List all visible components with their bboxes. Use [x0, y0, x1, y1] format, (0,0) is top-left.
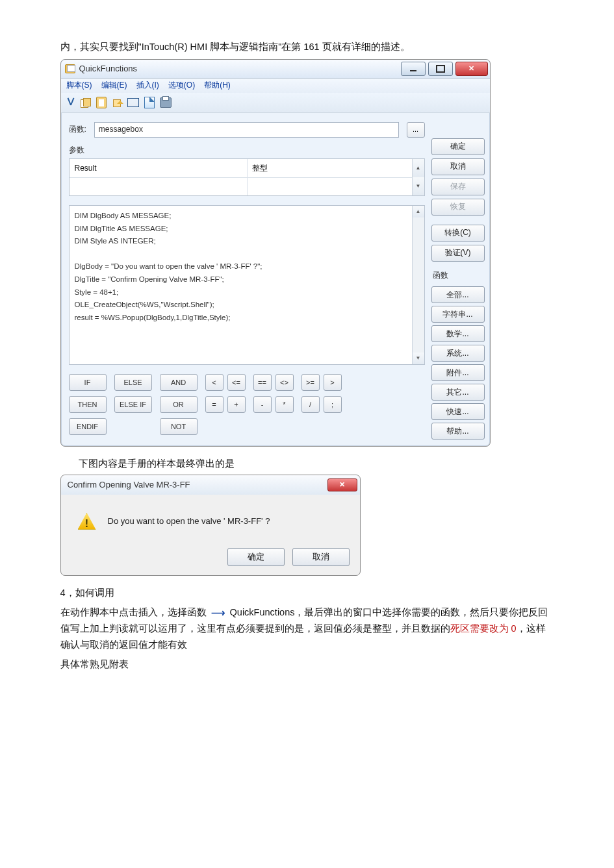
convert-button[interactable]: 转换(C) [431, 225, 485, 242]
kw-else[interactable]: ELSE [114, 374, 152, 391]
kw-elseif[interactable]: ELSE IF [114, 396, 152, 413]
params-grid[interactable]: Result 整型 ▲ ▼ [69, 158, 425, 196]
titlebar: QuickFunctions [61, 60, 490, 79]
op-semi[interactable]: ; [324, 396, 342, 413]
kw-or[interactable]: OR [160, 396, 198, 413]
paste-icon[interactable] [96, 97, 107, 108]
arrow-icon: ⟶ [211, 605, 225, 621]
fn-addon-button[interactable]: 附件... [431, 364, 485, 381]
app-icon [65, 64, 75, 73]
caption-below: 下图内容是手册的样本最终弹出的是 [79, 456, 554, 472]
fn-string-button[interactable]: 字符串... [431, 306, 485, 323]
dialog-close-button[interactable] [327, 478, 357, 491]
minimize-button[interactable] [401, 62, 426, 76]
intro-text: 内，其实只要找到"InTouch(R) HMI 脚本与逻辑指南"在第 161 页… [60, 39, 554, 55]
fn-math-button[interactable]: 数学... [431, 325, 485, 342]
param-scroll-up[interactable]: ▲ [413, 159, 424, 177]
kw-then[interactable]: THEN [69, 396, 107, 413]
cut-icon[interactable] [66, 97, 75, 108]
copy-icon[interactable] [81, 98, 91, 107]
menu-insert[interactable]: 插入(I) [136, 79, 159, 92]
op-div[interactable]: / [301, 396, 320, 413]
red-emphasis: 死区需要改为 0 [450, 623, 517, 634]
menu-script[interactable]: 脚本(S) [66, 79, 92, 92]
browse-button[interactable]: ... [407, 122, 425, 138]
cancel-button[interactable]: 取消 [431, 158, 485, 175]
quickfunctions-window: QuickFunctions 脚本(S) 编辑(E) 插入(I) 选项(O) 帮… [60, 59, 491, 447]
save-button[interactable]: 保存 [431, 179, 485, 195]
fn-quick-button[interactable]: 快速... [431, 403, 485, 420]
fn-system-button[interactable]: 系统... [431, 345, 485, 362]
validate-button[interactable]: 验证(V) [431, 245, 485, 262]
menu-help[interactable]: 帮助(H) [204, 79, 231, 92]
function-name-input[interactable]: messagebox [94, 122, 399, 138]
print-icon[interactable] [160, 97, 172, 108]
function-label: 函数: [69, 123, 86, 136]
fn-help-button[interactable]: 帮助... [431, 423, 485, 440]
script-scroll-up[interactable]: ▲ [413, 206, 424, 217]
op-minus[interactable]: - [253, 396, 272, 413]
close-button[interactable] [455, 62, 488, 76]
dialog-message: Do you want to open the valve ' MR-3-FF'… [108, 514, 270, 528]
window-title: QuickFunctions [79, 62, 401, 76]
functions-group-label: 函数 [433, 269, 485, 282]
op-gt[interactable]: > [324, 374, 342, 391]
maximize-button[interactable] [428, 62, 453, 76]
kw-if[interactable]: IF [69, 374, 107, 391]
menu-options[interactable]: 选项(O) [168, 79, 195, 92]
op-ge[interactable]: >= [301, 374, 320, 391]
op-eq[interactable]: == [253, 374, 272, 391]
menubar: 脚本(S) 编辑(E) 插入(I) 选项(O) 帮助(H) [61, 79, 490, 93]
kw-not[interactable]: NOT [160, 418, 198, 435]
dialog-cancel-button[interactable]: 取消 [292, 548, 350, 566]
section4-title: 4，如何调用 [60, 585, 554, 601]
section4-body: 在动作脚本中点击插入，选择函数 ⟶ QuickFunctions，最后弹出的窗口… [60, 604, 554, 652]
insert-icon[interactable] [112, 98, 122, 107]
param-name-cell[interactable]: Result [70, 159, 102, 177]
restore-button[interactable]: 恢复 [431, 199, 485, 216]
param-type-cell[interactable]: 整型 [247, 159, 273, 177]
toolbar [61, 93, 490, 113]
op-lt[interactable]: < [205, 374, 224, 391]
op-assign[interactable]: = [205, 396, 224, 413]
op-ne[interactable]: <> [275, 374, 294, 391]
dialog-ok-button[interactable]: 确定 [227, 548, 285, 566]
appendix-note: 具体常熟见附表 [60, 656, 554, 673]
op-mul[interactable]: * [275, 396, 294, 413]
dialog-title: Confirm Opening Valve MR-3-FF [68, 478, 190, 492]
kw-and[interactable]: AND [160, 374, 198, 391]
fn-other-button[interactable]: 其它... [431, 384, 485, 401]
script-scroll-down[interactable]: ▼ [413, 353, 424, 364]
doc-icon[interactable] [144, 97, 155, 108]
op-plus[interactable]: + [227, 396, 246, 413]
op-le[interactable]: <= [227, 374, 246, 391]
warning-icon [78, 513, 96, 530]
param-scroll-down[interactable]: ▼ [413, 177, 424, 195]
kw-endif[interactable]: ENDIF [69, 418, 107, 435]
params-label: 参数 [69, 143, 84, 156]
menu-edit[interactable]: 编辑(E) [101, 79, 127, 92]
ok-button[interactable]: 确定 [431, 138, 485, 155]
confirm-dialog: Confirm Opening Valve MR-3-FF Do you wan… [60, 475, 361, 576]
rect-icon[interactable] [127, 98, 139, 107]
script-editor[interactable]: DIM DlgBody AS MESSAGE; DIM DlgTitle AS … [69, 205, 425, 365]
fn-all-button[interactable]: 全部... [431, 286, 485, 303]
